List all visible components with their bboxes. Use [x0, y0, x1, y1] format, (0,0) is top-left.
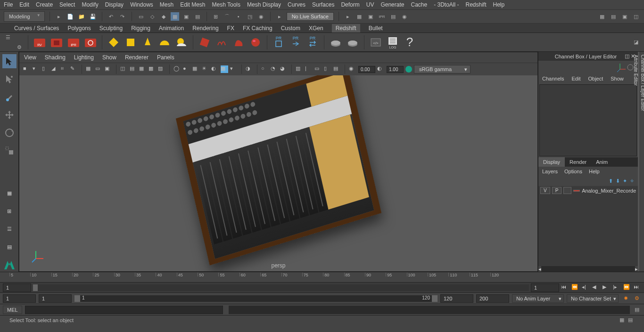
- shelf-tab-polygons[interactable]: Polygons: [67, 25, 91, 32]
- lasso-tool[interactable]: [2, 72, 17, 86]
- menu-select[interactable]: Select: [59, 1, 75, 8]
- light-area-icon[interactable]: [107, 35, 121, 49]
- vp-xray3-icon[interactable]: ◕: [280, 65, 288, 73]
- proxy-pr1-icon[interactable]: PR: [272, 35, 286, 49]
- menu-editmesh[interactable]: Edit Mesh: [180, 1, 205, 8]
- vp-xray2-icon[interactable]: ◔: [271, 65, 278, 73]
- menu-edit[interactable]: Edit: [19, 1, 29, 8]
- shelf-tab-fx[interactable]: FX: [227, 25, 234, 32]
- current-frame-end[interactable]: [531, 283, 559, 292]
- vp-gamma-icon[interactable]: ◐: [377, 65, 385, 73]
- menu-cache[interactable]: Cache: [411, 1, 427, 8]
- step-back-icon[interactable]: ◂|: [582, 284, 589, 292]
- vp-res-icon[interactable]: ▣: [105, 65, 112, 73]
- bake-icon[interactable]: [329, 35, 343, 49]
- shelf-tab-animation[interactable]: Animation: [159, 25, 184, 32]
- render-settings-icon[interactable]: ▤: [389, 12, 397, 21]
- go-start-icon[interactable]: ⏮: [561, 284, 569, 292]
- shelf-tab-custom[interactable]: Custom: [281, 25, 300, 32]
- shelf-menu-icon[interactable]: ☰: [4, 33, 12, 41]
- menu-mesh[interactable]: Mesh: [160, 1, 173, 8]
- proxy-pr2-icon[interactable]: PR: [289, 35, 303, 49]
- range-end-value[interactable]: [440, 294, 473, 303]
- vp-film-icon[interactable]: ✎: [70, 65, 78, 73]
- bake2-icon[interactable]: [346, 35, 360, 49]
- scale-tool[interactable]: [2, 144, 17, 158]
- play-fwd-icon[interactable]: ▶: [603, 284, 610, 292]
- snap-curve-icon[interactable]: ⌒: [223, 12, 231, 21]
- redshift-renderview-icon[interactable]: RV: [33, 35, 47, 49]
- menu-help[interactable]: Help: [493, 1, 505, 8]
- snap-point-icon[interactable]: •: [234, 12, 243, 21]
- menu-dtoall[interactable]: - 3DtoAll -: [434, 1, 459, 8]
- step-back-key-icon[interactable]: ⏪: [571, 284, 579, 292]
- vp-shade2-icon[interactable]: ▤: [130, 65, 137, 73]
- menu-windows[interactable]: Windows: [130, 1, 153, 8]
- layer-move-up-icon[interactable]: ⬆: [609, 178, 613, 184]
- shelf-tab-bullet[interactable]: Bullet: [369, 25, 383, 32]
- go-end-icon[interactable]: ⏭: [634, 284, 641, 292]
- panel-layout-icon[interactable]: ▦: [598, 12, 606, 21]
- layer-tab-anim[interactable]: Anim: [591, 157, 612, 167]
- vp-exp3-icon[interactable]: ▭: [314, 65, 322, 73]
- viewport-3d[interactable]: persp: [19, 75, 537, 271]
- proxy-icon[interactable]: [198, 35, 212, 49]
- menu-uv[interactable]: UV: [366, 1, 374, 8]
- file-icon[interactable]: 📁: [77, 12, 86, 21]
- step-fwd-icon[interactable]: |▸: [613, 284, 620, 292]
- shelf-collapse-icon[interactable]: ◪: [632, 38, 640, 47]
- vp-image-icon[interactable]: ▯: [42, 65, 50, 73]
- anim-layer-dropdown[interactable]: No Anim Layer: [512, 294, 564, 303]
- vp-grid-icon[interactable]: ⌗: [61, 65, 68, 73]
- vp-menu-view[interactable]: View: [24, 54, 36, 61]
- range-start-value[interactable]: [39, 294, 72, 303]
- vp-camera-icon[interactable]: ■: [23, 65, 31, 73]
- range-end-input[interactable]: [476, 294, 509, 303]
- shelf-tab-curvessurfaces[interactable]: Curves / Surfaces: [14, 25, 59, 32]
- vp-exposure-icon[interactable]: ◉: [349, 65, 356, 73]
- play-back-icon[interactable]: ◀: [592, 284, 600, 292]
- vp-bookmark-icon[interactable]: ▾: [33, 65, 40, 73]
- workspace-mode-dropdown[interactable]: Modeling: [4, 11, 45, 22]
- vp-exp4-icon[interactable]: ▯: [324, 65, 331, 73]
- shelf-tab-redshift[interactable]: Redshift: [332, 24, 360, 32]
- shelf-tab-sculpting[interactable]: Sculpting: [99, 25, 123, 32]
- layer-color-swatch[interactable]: [573, 190, 580, 192]
- vp-iso-icon[interactable]: ◑: [246, 65, 253, 73]
- script-icon[interactable]: </>: [369, 35, 383, 49]
- live-caret-icon[interactable]: ▸: [275, 12, 284, 21]
- menu-deform[interactable]: Deform: [341, 1, 359, 8]
- side-tab-channelboxlayereditor[interactable]: Channel Box / Layer Editor: [639, 52, 644, 272]
- channel-tab-object[interactable]: Object: [588, 76, 603, 81]
- new-scene-icon[interactable]: ▸: [55, 12, 63, 21]
- menu-meshdisplay[interactable]: Mesh Display: [247, 1, 281, 8]
- layer-tab-display[interactable]: Display: [538, 157, 565, 167]
- menu-generate[interactable]: Generate: [380, 1, 404, 8]
- select-mode-icon[interactable]: ▭: [137, 12, 145, 21]
- range-slider[interactable]: 1 120: [74, 295, 438, 302]
- channel-tab-show[interactable]: Show: [611, 76, 624, 81]
- save-scene-icon[interactable]: 💾: [89, 12, 97, 21]
- menu-meshtools[interactable]: Mesh Tools: [212, 1, 240, 8]
- panel-layout2-icon[interactable]: ▤: [609, 12, 618, 21]
- select-icon[interactable]: ▦: [171, 12, 179, 21]
- time-slider[interactable]: [33, 284, 529, 291]
- vp-shadow-icon[interactable]: ◐: [211, 65, 219, 73]
- vp-menu-panels[interactable]: Panels: [157, 54, 174, 61]
- autokey-icon[interactable]: ✸: [621, 294, 630, 303]
- hypershade-icon[interactable]: ◉: [400, 12, 409, 21]
- snap-plane-icon[interactable]: ◳: [246, 12, 254, 21]
- vp-cm-icon[interactable]: [405, 66, 412, 73]
- snap-live-icon[interactable]: ◉: [257, 12, 265, 21]
- gamma-field[interactable]: [387, 66, 404, 73]
- command-input[interactable]: [25, 306, 223, 314]
- workspace-icon[interactable]: ◫: [632, 12, 640, 21]
- menu-display[interactable]: Display: [105, 1, 124, 8]
- redo-icon[interactable]: ↷: [118, 12, 127, 21]
- vp-shade1-icon[interactable]: ◫: [120, 65, 128, 73]
- environment-icon[interactable]: [231, 35, 246, 49]
- vp-smooth-icon[interactable]: ●: [183, 65, 190, 73]
- exposure-field[interactable]: [358, 66, 375, 73]
- help-icon[interactable]: ?: [403, 35, 417, 49]
- render-frame-icon[interactable]: ▣: [366, 12, 375, 21]
